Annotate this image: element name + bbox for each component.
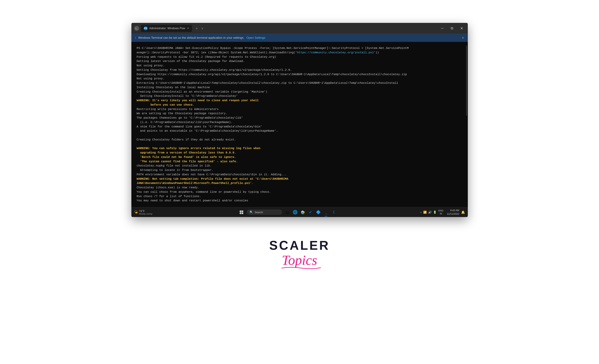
terminal-line: before you can use choco.: [137, 103, 463, 107]
weather-widget[interactable]: 🌤 74°F Mostly sunny: [134, 209, 155, 215]
brand-underline: [280, 266, 322, 269]
tray-chevron[interactable]: ∧: [420, 211, 422, 214]
terminal-line: PS C:\Users\SHUBHRIMA JANA> Set-Executio…: [137, 46, 463, 51]
new-tab-button[interactable]: ＋: [193, 26, 200, 31]
terminal-content[interactable]: PS C:\Users\SHUBHRIMA JANA> Set-Executio…: [131, 42, 468, 207]
tab-title: Administrator: Windows Pow: [149, 27, 185, 30]
app5-button[interactable]: 🔷: [315, 209, 321, 216]
notification-text: Windows Terminal can be set as the defau…: [138, 36, 245, 40]
terminal-line: Attempting to locate it from bootstrappe…: [137, 168, 463, 173]
terminal-line: (i.e. C:\ProgramData\chocolatey\lib\your…: [137, 120, 463, 125]
terminal-line: Restricting write permissions to Adminis…: [137, 107, 463, 112]
edge-button[interactable]: 🌐: [292, 209, 298, 216]
tray-power: 🔋: [433, 210, 437, 214]
notification-bar: ℹ Windows Terminal can be set as the def…: [131, 34, 468, 42]
clock-time: 9:43 AM: [445, 209, 459, 212]
tab-close-button[interactable]: ✕: [187, 26, 189, 30]
weather-desc: Mostly sunny: [139, 212, 152, 215]
scrollbar[interactable]: [466, 45, 467, 116]
brand-topics-wrapper: Topics: [282, 252, 317, 268]
terminal-line: [137, 142, 463, 147]
title-bar: ›_ PS Administrator: Windows Pow ✕ ＋ ∨ ─…: [131, 23, 468, 34]
terminal-line: Creating Chocolatey folders if they do n…: [137, 138, 463, 142]
terminal-line: WARNING: It's very likely you will need …: [137, 98, 463, 103]
terminal-line: Not using proxy.: [137, 63, 463, 68]
svg-rect-1: [242, 210, 243, 212]
branding-section: SCALER Topics: [269, 238, 330, 268]
terminal-line: Getting Chocolatey from https://communit…: [137, 68, 463, 72]
todo-button[interactable]: ✔: [307, 209, 314, 216]
tab-dropdown-button[interactable]: ∨: [200, 26, 204, 30]
terminal-line: chocolatey.nupkg file not installed in l…: [137, 164, 463, 168]
system-tray: ∧ 📶 🔊 🔋 ENG IN 9:43 AM 11/11/2022 🔔: [420, 209, 465, 216]
lang-region: IN: [438, 212, 443, 215]
brand-scaler: SCALER: [269, 238, 330, 252]
tray-volume[interactable]: 🔊: [428, 210, 432, 214]
terminal-window: ›_ PS Administrator: Windows Pow ✕ ＋ ∨ ─…: [131, 23, 468, 217]
notification-bell[interactable]: 🔔: [461, 210, 465, 214]
open-settings-link[interactable]: Open Settings: [247, 36, 265, 40]
search-label: Search: [255, 211, 263, 214]
tray-wifi: 📶: [423, 210, 427, 214]
terminal-line: The packages themselves go to 'C:\Progra…: [137, 116, 463, 120]
notification-close-button[interactable]: ✕: [462, 36, 464, 40]
svg-rect-0: [240, 210, 241, 212]
terminal-line: [137, 133, 463, 138]
restore-button[interactable]: ⧉: [449, 26, 455, 31]
start-button[interactable]: [238, 209, 245, 216]
terminal-line: Downloading https://community.chocolatey…: [137, 72, 463, 77]
terminal-line: Installing Chocolatey on the local machi…: [137, 85, 463, 90]
terminal-line: PATH environment variable does not have …: [137, 173, 463, 177]
terminal-line: A shim file for the command line goes to…: [137, 125, 463, 129]
clock-date: 11/11/2022: [445, 212, 459, 216]
tab-ps-icon: PS: [144, 26, 148, 30]
brand-topics: Topics: [282, 252, 317, 268]
terminal-line: Run choco /? for a list of functions.: [137, 194, 463, 199]
terminal-line: We are setting up the Chocolatey package…: [137, 112, 463, 116]
tray-icons: ∧ 📶 🔊 🔋: [420, 210, 437, 214]
terminal-button[interactable]: _: [323, 209, 329, 216]
terminal-line: Setting ChocolateyInstall to 'C:\Program…: [137, 94, 463, 98]
page-wrapper: ›_ PS Administrator: Windows Pow ✕ ＋ ∨ ─…: [0, 0, 599, 364]
terminal-line: and points to an executable in 'C:\Progr…: [137, 129, 463, 133]
taskbar-apps: 🗂 🌐 ✔ 🔷: [284, 209, 337, 216]
weather-temp: 74°F: [139, 209, 152, 212]
window-controls: ─ ⧉ ✕: [439, 26, 465, 31]
language-indicator: ENG IN: [438, 209, 443, 215]
notification-icon: ℹ: [135, 36, 136, 40]
svg-rect-2: [240, 212, 241, 214]
title-tabs: ›_ PS Administrator: Windows Pow ✕ ＋ ∨: [134, 25, 440, 32]
weather-icon: 🌤: [134, 210, 138, 214]
search-icon: 🔍: [250, 210, 253, 214]
terminal-line: You may need to shut down and restart po…: [137, 199, 463, 203]
clock[interactable]: 9:43 AM 11/11/2022: [445, 209, 459, 216]
chrome-button[interactable]: [300, 209, 306, 216]
file-explorer-button[interactable]: 🗂: [284, 209, 291, 216]
terminal-line: anager]::SecurityProtocol -bor 3072; iex…: [137, 51, 463, 55]
active-tab[interactable]: PS Administrator: Windows Pow ✕: [141, 25, 192, 32]
terminal-line: upgrading from a version of Chocolatey l…: [137, 151, 463, 155]
powershell-button[interactable]: Σ: [331, 209, 337, 216]
terminal-line: Not using proxy.: [137, 77, 463, 81]
close-button[interactable]: ✕: [458, 26, 465, 31]
minimize-button[interactable]: ─: [439, 26, 445, 31]
terminal-line: WARNING: Not setting tab completion: Pro…: [137, 177, 463, 181]
search-box[interactable]: 🔍 Search: [247, 209, 282, 215]
terminal-line: 'Batch file could not be found' is also …: [137, 155, 463, 159]
terminal-line: JANA\Documents\WindowsPowerShell\Microso…: [137, 181, 463, 185]
terminal-line: Forcing web requests to allow TLS v1.2 (…: [137, 55, 463, 59]
svg-rect-3: [242, 212, 243, 214]
terminal-line: Getting latest version of the Chocolatey…: [137, 59, 463, 63]
terminal-line: WARNING: You can safely ignore errors re…: [137, 146, 463, 151]
weather-info: 74°F Mostly sunny: [139, 209, 152, 215]
taskbar-center: 🔍 Search 🗂 🌐: [157, 209, 418, 216]
terminal-line: Chocolatey (choco.exe) is now ready.: [137, 185, 463, 190]
terminal-icon: ›_: [134, 26, 139, 31]
taskbar: 🌤 74°F Mostly sunny: [131, 207, 468, 217]
terminal-line: Creating ChocolateyInstall as an environ…: [137, 90, 463, 94]
lang-code: ENG: [438, 209, 443, 212]
terminal-line: You can call choco from anywhere, comman…: [137, 190, 463, 194]
terminal-line: Extracting C:\Users\SHUBHR~1\AppData\Loc…: [137, 81, 463, 85]
terminal-line: 'The system cannot find the file specifi…: [137, 159, 463, 164]
